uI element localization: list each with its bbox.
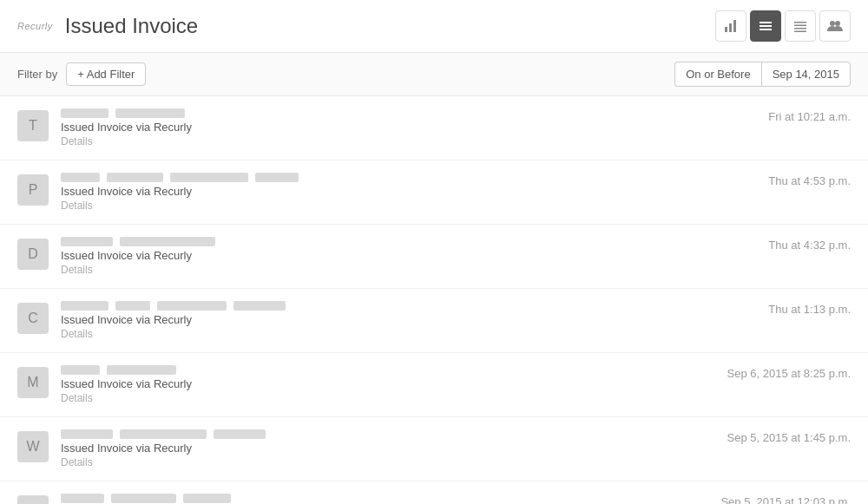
name-blur-bar (61, 494, 104, 503)
list-item: PIssued Invoice via RecurlyDetailsThu at… (0, 160, 868, 225)
svg-rect-2 (733, 20, 736, 32)
name-blur-bar (183, 494, 231, 503)
name-blur-bar (107, 173, 163, 182)
item-name-row (61, 429, 710, 439)
chart-view-button[interactable] (715, 10, 746, 42)
item-description: Issued Invoice via Recurly (61, 313, 751, 326)
item-description: Issued Invoice via Recurly (61, 249, 751, 262)
name-blur-bar (111, 494, 176, 503)
item-timestamp: Sep 5, 2015 at 1:45 p.m. (727, 429, 851, 444)
avatar: C (17, 303, 49, 334)
list-item: CIssued Invoice via RecurlyDetailsThu at… (0, 289, 868, 353)
svg-point-10 (830, 21, 835, 26)
item-details-link[interactable]: Details (61, 456, 710, 468)
item-content: Issued Invoice via RecurlyDetails (61, 429, 710, 468)
item-content: Issued Invoice via RecurlyDetails (61, 237, 751, 276)
item-details-link[interactable]: Details (61, 328, 751, 340)
item-name-row (61, 173, 751, 182)
item-description: Issued Invoice via Recurly (61, 185, 751, 198)
item-details-link[interactable]: Details (61, 264, 751, 276)
item-content: Issued Invoice via RecurlyDetails (61, 108, 751, 147)
name-blur-bar (107, 365, 176, 375)
avatar: T (17, 495, 49, 504)
name-blur-bar (115, 108, 185, 118)
item-content: Issued Invoice via RecurlyDetails (61, 301, 751, 340)
date-picker-button[interactable]: Sep 14, 2015 (761, 62, 851, 87)
name-blur-bar (120, 237, 215, 246)
avatar: M (17, 367, 49, 398)
name-blur-bar (170, 173, 248, 182)
item-timestamp: Sep 6, 2015 at 8:25 p.m. (727, 365, 851, 380)
filter-by-label: Filter by (17, 68, 57, 81)
recurly-logo: Recurly (17, 21, 53, 31)
on-or-before-button[interactable]: On or Before (674, 62, 760, 87)
name-blur-bar (61, 301, 108, 311)
list-view-button[interactable] (750, 10, 781, 42)
list-item: TIssued Invoice via RecurlyDetailsSep 5,… (0, 481, 868, 504)
list-item: DIssued Invoice via RecurlyDetailsThu at… (0, 225, 868, 289)
item-description: Issued Invoice via Recurly (61, 377, 710, 390)
name-blur-bar (115, 301, 150, 311)
avatar: P (17, 174, 49, 206)
add-filter-button[interactable]: + Add Filter (66, 62, 146, 86)
svg-rect-9 (794, 31, 806, 33)
item-content: Issued Invoice via RecurlyDetails (61, 365, 710, 404)
list-item: TIssued Invoice via RecurlyDetailsFri at… (0, 96, 868, 160)
item-name-row (61, 365, 710, 375)
header-icons (715, 10, 851, 42)
avatar: T (17, 110, 49, 141)
lines-view-button[interactable] (785, 10, 816, 42)
name-blur-bar (61, 173, 100, 182)
svg-rect-3 (760, 22, 772, 23)
item-description: Issued Invoice via Recurly (61, 121, 751, 134)
name-blur-bar (61, 365, 100, 375)
filter-left: Filter by + Add Filter (17, 62, 146, 86)
list-item: MIssued Invoice via RecurlyDetailsSep 6,… (0, 353, 868, 417)
svg-rect-5 (760, 29, 772, 30)
name-blur-bar (157, 301, 227, 311)
svg-rect-1 (729, 23, 732, 32)
item-timestamp: Fri at 10:21 a.m. (768, 108, 851, 123)
item-name-row (61, 301, 751, 311)
svg-rect-8 (794, 28, 806, 29)
filter-bar: Filter by + Add Filter On or Before Sep … (0, 53, 868, 96)
item-timestamp: Thu at 4:53 p.m. (768, 173, 851, 187)
page-title: Issued Invoice (65, 14, 198, 38)
item-timestamp: Thu at 1:13 p.m. (768, 301, 851, 316)
name-blur-bar (61, 429, 113, 439)
item-details-link[interactable]: Details (61, 200, 751, 212)
item-name-row (61, 108, 751, 118)
item-name-row (61, 494, 703, 503)
item-content: Issued Invoice via RecurlyDetails (61, 173, 751, 212)
name-blur-bar (255, 173, 299, 182)
item-description: Issued Invoice via Recurly (61, 442, 710, 455)
name-blur-bar (61, 108, 108, 118)
name-blur-bar (233, 301, 286, 311)
svg-point-11 (835, 21, 840, 26)
name-blur-bar (120, 429, 207, 439)
invoice-list: TIssued Invoice via RecurlyDetailsFri at… (0, 96, 868, 504)
item-name-row (61, 237, 751, 246)
item-content: Issued Invoice via RecurlyDetails (61, 494, 703, 504)
name-blur-bar (214, 429, 266, 439)
header-left: Recurly Issued Invoice (17, 14, 198, 38)
avatar: D (17, 239, 49, 270)
svg-rect-0 (725, 27, 727, 32)
list-item: WIssued Invoice via RecurlyDetailsSep 5,… (0, 417, 868, 481)
svg-rect-6 (794, 22, 806, 23)
item-timestamp: Sep 5, 2015 at 12:03 p.m. (720, 494, 851, 504)
item-details-link[interactable]: Details (61, 392, 710, 404)
name-blur-bar (61, 237, 113, 246)
svg-rect-7 (794, 25, 806, 27)
avatar: W (17, 431, 49, 462)
svg-rect-4 (760, 25, 772, 27)
accounts-view-button[interactable] (819, 10, 851, 42)
app-header: Recurly Issued Invoice (0, 0, 868, 53)
item-timestamp: Thu at 4:32 p.m. (768, 237, 851, 252)
date-filter: On or Before Sep 14, 2015 (674, 62, 851, 87)
item-details-link[interactable]: Details (61, 135, 751, 147)
